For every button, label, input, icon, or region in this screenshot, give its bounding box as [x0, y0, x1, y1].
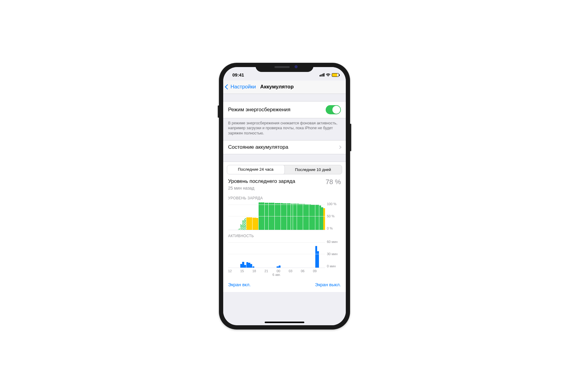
nav-bar: Настройки Аккумулятор — [223, 80, 346, 94]
last-charge-sublabel: 25 мин назад — [228, 186, 295, 191]
chart-plot-activity — [228, 240, 325, 268]
battery-health-row[interactable]: Состояние аккумулятора — [223, 140, 346, 154]
chart-xaxis-date: 6 авг. — [228, 273, 325, 279]
chart-xaxis: 12151821 00030609 — [228, 268, 341, 273]
chart-yaxis-activity: 60 мин30 мин0 мин — [327, 240, 341, 268]
signal-icon — [320, 73, 325, 77]
battery-level-chart: УРОВЕНЬ ЗАРЯДА 100 %50 %0 % — [223, 192, 346, 230]
low-power-mode-row[interactable]: Режим энергосбережения — [223, 101, 346, 118]
activity-chart: АКТИВНОСТЬ 60 мин30 мин0 мин 12151821 00… — [223, 230, 346, 279]
chart-yaxis-level: 100 %50 %0 % — [327, 202, 341, 230]
content-scroll[interactable]: Режим энергосбережения В режиме энергосб… — [223, 94, 346, 325]
segmented-control: Последние 24 часа Последние 10 дней — [227, 165, 342, 174]
low-power-label: Режим энергосбережения — [228, 107, 291, 113]
activity-legend: Экран вкл. Экран выкл. — [223, 279, 346, 292]
chevron-left-icon — [225, 84, 230, 90]
back-button[interactable]: Настройки — [223, 84, 256, 90]
last-charge-percent: 78 % — [326, 178, 341, 186]
home-indicator[interactable] — [265, 322, 304, 323]
low-power-note: В режиме энергосбережения снижается фоно… — [223, 118, 346, 141]
screen: 09:41 Настройки Аккумулятор Режим энерго… — [223, 67, 346, 325]
chart-title-activity: АКТИВНОСТЬ — [228, 234, 341, 238]
legend-screen-on[interactable]: Экран вкл. — [228, 282, 251, 287]
low-power-toggle[interactable] — [326, 105, 341, 114]
notch — [256, 63, 313, 72]
chart-title-level: УРОВЕНЬ ЗАРЯДА — [228, 196, 341, 200]
wifi-icon — [326, 73, 331, 77]
chart-plot-level — [228, 202, 325, 230]
chevron-right-icon — [338, 145, 341, 149]
battery-health-label: Состояние аккумулятора — [228, 144, 288, 150]
last-charge-label: Уровень последнего заряда — [228, 178, 295, 184]
segment-24h[interactable]: Последние 24 часа — [227, 165, 284, 174]
segment-10d[interactable]: Последние 10 дней — [284, 165, 342, 174]
legend-screen-off[interactable]: Экран выкл. — [315, 282, 341, 287]
last-charge-row: Уровень последнего заряда 25 мин назад 7… — [223, 174, 346, 192]
phone-frame: 09:41 Настройки Аккумулятор Режим энерго… — [219, 63, 350, 330]
battery-icon — [332, 73, 339, 77]
back-label: Настройки — [231, 84, 256, 90]
page-title: Аккумулятор — [260, 84, 294, 90]
segmented-control-wrap: Последние 24 часа Последние 10 дней — [223, 162, 346, 174]
status-icons — [320, 73, 339, 77]
status-time: 09:41 — [232, 72, 244, 77]
